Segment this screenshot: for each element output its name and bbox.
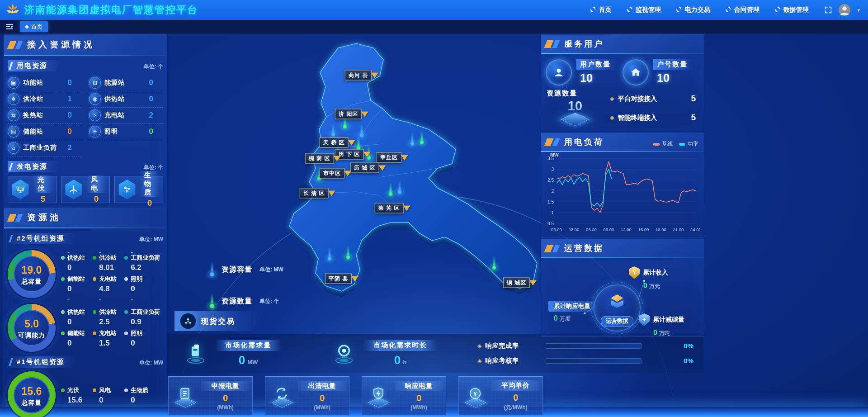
- legend-head: 储能站: [61, 275, 93, 283]
- spot-stat-text: 市场化需求时长0h: [363, 340, 437, 367]
- resource-item-label: 工商业负荷: [23, 144, 57, 152]
- pool-group-name: #1号机组资源: [8, 356, 78, 368]
- declare-icon: [169, 377, 201, 415]
- resource-item-value: 1: [68, 95, 72, 104]
- income-unit: 万元: [649, 283, 660, 289]
- district-name: 商河 县: [345, 70, 372, 81]
- legend-label: 工商业负荷: [131, 308, 160, 316]
- district-name: 钢 城区: [503, 278, 530, 288]
- district-label[interactable]: 钢 城区: [503, 278, 537, 288]
- pool-group-unit: 单位: MW: [139, 236, 163, 244]
- legend-dot-icon: [124, 277, 128, 281]
- user-avatar[interactable]: [838, 4, 851, 16]
- legend-dot-icon: [61, 389, 65, 392]
- service-tile-value: 10: [576, 71, 617, 85]
- district-name: 长 清 区: [300, 188, 329, 199]
- spot-card-text: 平均单价0(元/MWh): [491, 380, 542, 412]
- legend-value: 0: [124, 284, 163, 294]
- district-label[interactable]: 槐 荫 区: [305, 153, 341, 164]
- partial-value: -: [61, 248, 93, 253]
- district-name: 天 桥 区: [320, 137, 349, 148]
- sidebar-collapse-icon[interactable]: [5, 24, 14, 30]
- legend-value: 0: [61, 339, 93, 348]
- legend-capacity-unit: 单位: MW: [259, 266, 283, 274]
- rate-label: 响应完成率: [485, 342, 534, 350]
- district-label[interactable]: 平阴 县: [325, 274, 359, 284]
- resource-item-label: 供冷站: [23, 95, 43, 103]
- legend-cell: 供冷站2.5: [93, 307, 124, 327]
- resource-count-value: 10: [568, 99, 582, 114]
- district-label[interactable]: 长 清 区: [300, 188, 335, 199]
- district-marker-icon: [333, 156, 340, 161]
- district-marker-icon: [529, 280, 537, 285]
- menu-circle-icon: [774, 6, 780, 14]
- district-label[interactable]: 市中区: [320, 168, 351, 179]
- pool-group-unit: 单位: MW: [139, 359, 163, 368]
- district-label[interactable]: 莱 芜 区: [375, 203, 410, 213]
- spot-trading-tab[interactable]: 现货交易: [175, 311, 265, 331]
- district-name: 平阴 县: [325, 274, 352, 284]
- menu-item-label: 数据管理: [783, 6, 808, 14]
- fullscreen-icon[interactable]: [825, 6, 832, 14]
- legend-partial-row: ---: [61, 248, 163, 253]
- legend-cell: 供冷站8.01: [93, 253, 124, 273]
- power-load-panel: 用电负荷 基线功率 MW3.532.521.510.500:0003:0006:…: [541, 133, 704, 237]
- legend-cell: 储能站0: [61, 274, 93, 294]
- menu-item-monitor[interactable]: 监视管理: [627, 6, 660, 14]
- legend-cell: 充电站1.5: [93, 328, 124, 349]
- legend-grid: 供热站0供冷站2.5工商业负荷0.9储能站0充电站1.5照明0: [61, 307, 163, 349]
- storage-station-icon: ▤: [8, 126, 19, 137]
- chart-legend-item[interactable]: 基线: [653, 140, 673, 148]
- district-marker-icon: [348, 140, 355, 145]
- svg-text:3: 3: [551, 167, 554, 172]
- user-menu-caret-icon[interactable]: ▾: [857, 7, 860, 13]
- operation-center-label: 运营数据: [601, 316, 633, 327]
- chart-legend-item[interactable]: 功率: [679, 140, 698, 148]
- load-chart-legend: 基线功率: [653, 140, 698, 148]
- district-label[interactable]: 济 阳区: [335, 109, 368, 119]
- menu-item-home[interactable]: 首页: [590, 6, 611, 14]
- legend-dot-icon: [124, 256, 128, 260]
- response-rates: ◈响应完成率0%◈响应考核率0%: [477, 342, 693, 365]
- legend-head: 充电站: [93, 275, 124, 283]
- gen-card-label: 生物质: [140, 171, 160, 197]
- income-node: ¥ 累计收入 0万元: [629, 266, 668, 290]
- power-load-title: 用电负荷: [564, 137, 604, 147]
- district-label[interactable]: 历 城 区: [350, 163, 386, 173]
- header-accent-blue: [552, 138, 560, 146]
- district-label[interactable]: 章丘区: [377, 152, 408, 163]
- header-accent-orange: [7, 41, 17, 49]
- resource-item: ☀照明0: [89, 124, 163, 140]
- district-label[interactable]: 商河 县: [345, 70, 378, 81]
- power-gen-title: 发电资源: [8, 161, 61, 172]
- power-use-list: ▣功能站0⊞能源站0❄供冷站1◉供热站0⇆换热站0⚡充电站2▤储能站0☀照明0⌂…: [4, 75, 167, 156]
- resource-item-label: 能源站: [104, 79, 125, 87]
- district-label[interactable]: 天 桥 区: [320, 137, 355, 148]
- spot-card-text: 申报电量0(MWh): [201, 381, 252, 411]
- rate-value: 0%: [684, 342, 693, 350]
- menu-item-label: 首页: [599, 6, 611, 14]
- district-marker-icon: [361, 111, 368, 117]
- power-gen-cards: 光伏5风电0生物质0: [4, 176, 167, 203]
- menu-item-contract[interactable]: 合同管理: [725, 6, 759, 14]
- legend-label: 供冷站: [99, 308, 117, 316]
- legend-capacity: 资源容量 单位: MW: [208, 261, 283, 278]
- tab-home[interactable]: 首页: [20, 21, 48, 32]
- dashboard-page: 济南能源集团虚拟电厂智慧管控平台 首页监视管理电力交易合同管理数据管理 ▾ 首页…: [0, 0, 868, 417]
- donut-chart: 5.0可调能力: [8, 304, 56, 352]
- load-chart: MW3.532.521.510.500:0003:0006:0009:0012:…: [541, 152, 700, 234]
- spot-card-label: 响应电量: [395, 381, 443, 391]
- income-shield-icon: ¥: [629, 266, 640, 279]
- menu-item-power-trade[interactable]: 电力交易: [676, 6, 710, 14]
- spot-card-value: 0: [416, 393, 421, 403]
- resource-count-label: 资源数量: [547, 89, 577, 98]
- legend-label: 工商业负荷: [131, 254, 160, 262]
- spot-trading-tab-label: 现货交易: [201, 316, 235, 327]
- house-icon: [623, 59, 649, 85]
- resource-item: ◉供热站0: [89, 91, 163, 108]
- legend-dot-icon: [61, 277, 65, 281]
- legend-head: 供冷站: [93, 254, 124, 262]
- legend-value: 1.5: [93, 339, 124, 348]
- legend-dot-icon: [124, 332, 128, 335]
- menu-item-data[interactable]: 数据管理: [774, 6, 808, 14]
